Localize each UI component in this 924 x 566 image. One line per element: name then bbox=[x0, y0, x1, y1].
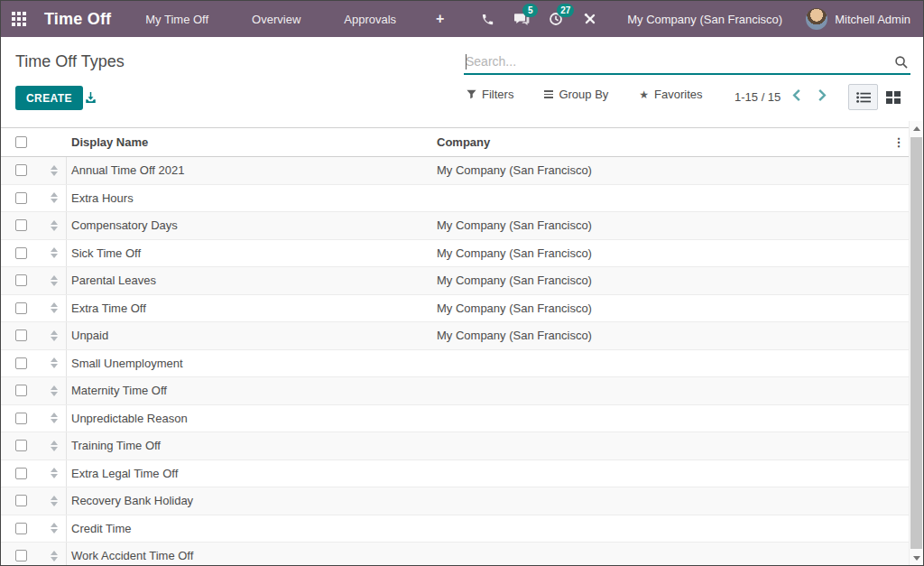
drag-handle-icon[interactable] bbox=[51, 165, 58, 176]
pager-next-button[interactable] bbox=[817, 88, 827, 106]
menu-add-button[interactable]: + bbox=[418, 1, 462, 37]
filters-label: Filters bbox=[482, 88, 513, 101]
drag-handle-icon[interactable] bbox=[51, 468, 58, 478]
kanban-view-icon bbox=[886, 91, 901, 104]
pager-previous-button[interactable] bbox=[791, 88, 802, 106]
scrollbar-thumb[interactable] bbox=[910, 137, 922, 549]
row-checkbox[interactable] bbox=[15, 440, 27, 451]
row-checkbox[interactable] bbox=[15, 468, 27, 479]
table-row[interactable]: Work Accident Time Off bbox=[1, 543, 910, 566]
column-header-company[interactable]: Company bbox=[437, 135, 887, 149]
group-by-button[interactable]: Group By bbox=[544, 88, 608, 101]
favorites-button[interactable]: ★ Favorites bbox=[639, 88, 702, 101]
table-row[interactable]: Sick Time Off My Company (San Francisco) bbox=[1, 240, 910, 268]
table-row[interactable]: Compensatory Days My Company (San Franci… bbox=[1, 212, 910, 240]
row-checkbox[interactable] bbox=[15, 164, 27, 176]
messages-button[interactable]: 5 bbox=[504, 1, 539, 37]
select-all-checkbox[interactable] bbox=[15, 136, 27, 148]
table-row[interactable]: Recovery Bank Holiday bbox=[1, 487, 910, 515]
scroll-up-arrow[interactable] bbox=[910, 121, 923, 135]
app-title[interactable]: Time Off bbox=[44, 10, 111, 29]
drag-handle-icon[interactable] bbox=[51, 441, 58, 451]
list-view-button[interactable] bbox=[848, 84, 878, 110]
apps-grid-icon bbox=[12, 12, 26, 26]
activities-button[interactable]: 27 bbox=[539, 1, 573, 37]
drag-handle-icon[interactable] bbox=[51, 275, 58, 286]
tools-icon bbox=[583, 12, 597, 26]
row-checkbox[interactable] bbox=[15, 385, 27, 396]
table-row[interactable]: Maternity Time Off bbox=[1, 377, 910, 405]
row-display-name: Small Unemployment bbox=[67, 357, 437, 370]
drag-handle-icon[interactable] bbox=[51, 192, 58, 203]
scroll-down-arrow[interactable] bbox=[910, 551, 923, 565]
create-button[interactable]: CREATE bbox=[15, 86, 83, 110]
row-checkbox[interactable] bbox=[15, 413, 27, 424]
row-checkbox[interactable] bbox=[15, 192, 27, 204]
table-header: Display Name Company ⋮ bbox=[1, 127, 910, 157]
drag-handle-icon[interactable] bbox=[51, 523, 58, 534]
list-view-icon bbox=[856, 91, 871, 104]
table-row[interactable]: Parental Leaves My Company (San Francisc… bbox=[1, 267, 910, 295]
app-window: Time Off My Time Off Overview Approvals … bbox=[0, 0, 924, 566]
chevron-right-icon bbox=[817, 88, 827, 102]
drag-handle-icon[interactable] bbox=[51, 330, 58, 341]
developer-tools-button[interactable] bbox=[573, 1, 607, 37]
row-display-name: Training Time Off bbox=[67, 439, 437, 452]
row-checkbox[interactable] bbox=[15, 495, 27, 506]
drag-handle-icon[interactable] bbox=[51, 220, 58, 231]
row-checkbox[interactable] bbox=[15, 357, 27, 369]
drag-handle-icon[interactable] bbox=[51, 551, 58, 561]
row-company: My Company (San Francisco) bbox=[437, 329, 887, 342]
user-menu[interactable]: Mitchell Admin bbox=[806, 8, 923, 30]
company-switcher[interactable]: My Company (San Francisco) bbox=[607, 13, 806, 26]
apps-menu-button[interactable] bbox=[1, 1, 37, 37]
row-display-name: Compensatory Days bbox=[67, 218, 437, 232]
export-button[interactable] bbox=[84, 90, 97, 108]
table-row[interactable]: Extra Hours bbox=[1, 185, 910, 213]
row-checkbox[interactable] bbox=[15, 302, 27, 314]
search-options-bar: Filters Group By ★ Favorites bbox=[467, 88, 703, 101]
table-row[interactable]: Small Unemployment bbox=[1, 350, 910, 378]
drag-handle-icon[interactable] bbox=[51, 413, 58, 423]
drag-handle-icon[interactable] bbox=[51, 496, 58, 506]
drag-handle-icon[interactable] bbox=[51, 385, 58, 396]
row-checkbox[interactable] bbox=[15, 550, 27, 561]
table-row[interactable]: Unpaid My Company (San Francisco) bbox=[1, 322, 910, 350]
drag-handle-icon[interactable] bbox=[51, 357, 58, 368]
vertical-scrollbar[interactable] bbox=[909, 121, 923, 565]
group-by-icon bbox=[544, 88, 553, 100]
messages-badge: 5 bbox=[522, 4, 538, 17]
table-row[interactable]: Credit Time bbox=[1, 515, 910, 543]
menu-my-time-off[interactable]: My Time Off bbox=[124, 1, 230, 37]
table-row[interactable]: Annual Time Off 2021 My Company (San Fra… bbox=[1, 157, 910, 185]
search-icon[interactable] bbox=[894, 55, 909, 73]
table-row[interactable]: Unpredictable Reason bbox=[1, 405, 910, 433]
row-display-name: Credit Time bbox=[67, 522, 437, 535]
optional-columns-button[interactable]: ⋮ bbox=[893, 135, 905, 149]
row-company: My Company (San Francisco) bbox=[437, 302, 887, 315]
page-title: Time Off Types bbox=[15, 52, 125, 71]
table-row[interactable]: Extra Time Off My Company (San Francisco… bbox=[1, 295, 910, 323]
row-display-name: Sick Time Off bbox=[67, 246, 437, 260]
filter-icon bbox=[467, 89, 476, 99]
row-checkbox[interactable] bbox=[15, 247, 27, 259]
row-checkbox[interactable] bbox=[15, 274, 27, 286]
search-input[interactable] bbox=[464, 49, 910, 73]
row-checkbox[interactable] bbox=[15, 329, 27, 341]
column-header-display-name[interactable]: Display Name bbox=[67, 135, 437, 149]
phone-button[interactable] bbox=[470, 1, 504, 37]
menu-overview[interactable]: Overview bbox=[230, 1, 322, 37]
table-row[interactable]: Extra Legal Time Off bbox=[1, 460, 910, 488]
row-display-name: Extra Hours bbox=[67, 191, 437, 205]
table-row[interactable]: Training Time Off bbox=[1, 432, 910, 460]
row-checkbox[interactable] bbox=[15, 523, 27, 534]
row-company: My Company (San Francisco) bbox=[437, 274, 887, 287]
kanban-view-button[interactable] bbox=[878, 84, 908, 110]
drag-handle-icon[interactable] bbox=[51, 247, 58, 258]
filters-button[interactable]: Filters bbox=[467, 88, 513, 101]
row-display-name: Unpaid bbox=[67, 329, 437, 342]
row-display-name: Unpredictable Reason bbox=[67, 412, 437, 425]
menu-approvals[interactable]: Approvals bbox=[322, 1, 418, 37]
row-checkbox[interactable] bbox=[15, 219, 27, 231]
drag-handle-icon[interactable] bbox=[51, 302, 58, 313]
